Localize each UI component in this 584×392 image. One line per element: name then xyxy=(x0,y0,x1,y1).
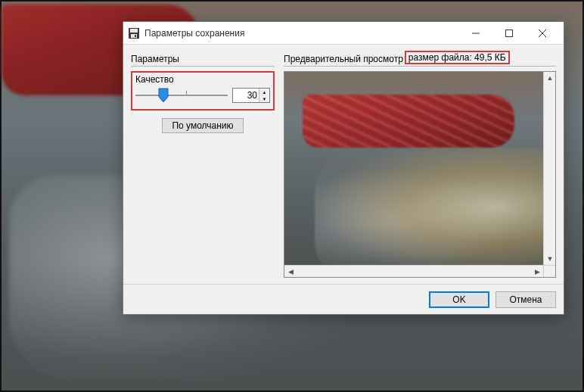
filesize-highlight: размер файла: 49,5 КБ xyxy=(405,51,510,64)
svg-rect-1 xyxy=(130,29,138,33)
maximize-button[interactable] xyxy=(492,22,526,44)
quality-slider[interactable] xyxy=(135,86,228,104)
spin-buttons: ▲ ▼ xyxy=(259,89,269,102)
divider xyxy=(284,66,556,67)
pv-cloth-decor xyxy=(303,95,514,148)
cancel-button[interactable]: Отмена xyxy=(495,291,556,308)
dialog-body: Параметры Качество xyxy=(123,45,564,284)
svg-rect-4 xyxy=(506,30,513,36)
preview-label: Предварительный просмотр xyxy=(284,54,403,64)
preview-panel: Предварительный просмотр размер файла: 4… xyxy=(284,51,556,278)
save-icon xyxy=(128,27,140,39)
titlebar: Параметры сохранения xyxy=(123,22,564,45)
preview-image xyxy=(284,72,543,265)
svg-rect-3 xyxy=(135,35,136,37)
dialog-footer: OK Отмена xyxy=(123,284,564,314)
pv-bottle-decor xyxy=(315,148,543,265)
save-options-dialog: Параметры сохранения Параметры Качество xyxy=(123,21,564,315)
scroll-up-icon[interactable]: ▲ xyxy=(544,72,556,84)
close-button[interactable] xyxy=(526,22,559,44)
quality-row: ▲ ▼ xyxy=(135,86,270,104)
scrollbar-corner xyxy=(543,265,555,277)
background-image: Параметры сохранения Параметры Качество xyxy=(0,0,584,392)
minimize-button[interactable] xyxy=(459,22,492,44)
divider xyxy=(131,66,275,67)
spin-down[interactable]: ▼ xyxy=(259,95,269,102)
slider-tick xyxy=(186,91,187,95)
vertical-scrollbar[interactable]: ▲ ▼ xyxy=(543,72,555,265)
window-buttons xyxy=(459,22,559,44)
scroll-right-icon[interactable]: ▶ xyxy=(531,266,543,277)
preview-header: Предварительный просмотр размер файла: 4… xyxy=(284,51,556,64)
ok-button[interactable]: OK xyxy=(429,291,489,308)
slider-track xyxy=(135,95,228,96)
scroll-down-icon[interactable]: ▼ xyxy=(544,253,556,265)
parameters-header: Параметры xyxy=(131,51,275,64)
quality-spinbox: ▲ ▼ xyxy=(232,88,270,103)
preview-area: ▲ ▼ ◀ ▶ xyxy=(284,71,556,278)
quality-group-highlight: Качество xyxy=(131,71,275,110)
slider-thumb[interactable] xyxy=(158,88,169,103)
horizontal-scrollbar[interactable]: ◀ ▶ xyxy=(284,265,543,277)
window-title: Параметры сохранения xyxy=(144,28,459,39)
default-button[interactable]: По умолчанию xyxy=(162,118,243,133)
quality-input[interactable] xyxy=(233,89,259,102)
filesize-text: размер файла: 49,5 КБ xyxy=(408,52,506,63)
scroll-left-icon[interactable]: ◀ xyxy=(284,266,297,277)
spin-up[interactable]: ▲ xyxy=(259,89,269,95)
parameters-panel: Параметры Качество xyxy=(131,51,275,278)
quality-label: Качество xyxy=(135,74,270,85)
